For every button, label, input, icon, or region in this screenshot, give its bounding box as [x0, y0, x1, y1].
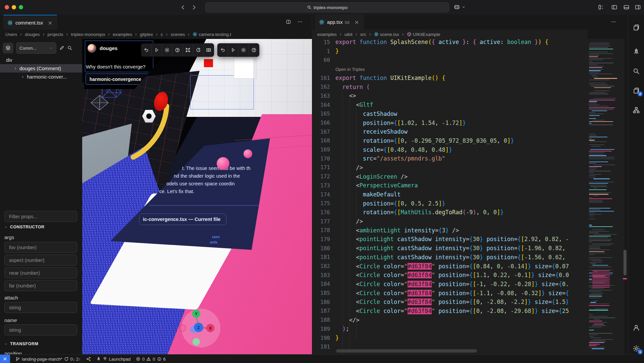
code-row[interactable]: 15export function SplashScene({ active }… — [312, 39, 588, 47]
code-row[interactable]: 162 return ( — [312, 82, 588, 91]
gear-icon[interactable] — [238, 44, 249, 56]
code-row[interactable]: 165 castShadow — [312, 109, 588, 119]
code-row[interactable]: 184 <Circle color="#d63f84" position={[-… — [312, 280, 588, 289]
edit-icon[interactable] — [59, 45, 64, 51]
components-icon[interactable] — [632, 106, 640, 114]
code-row[interactable]: 60 — [312, 55, 588, 64]
breadcrumb-item[interactable]: examples — [113, 32, 132, 37]
breadcrumb-item[interactable]: uikit — [344, 32, 353, 37]
frame-icon[interactable] — [182, 44, 193, 56]
tab-comment-tsx[interactable]: comment.tsx — [3, 15, 57, 30]
breadcrumb-item[interactable]: UIKitExample — [413, 32, 440, 37]
more-actions-icon[interactable] — [297, 19, 303, 25]
code-row[interactable]: 186 <Circle color="#d63f84" position={[0… — [312, 298, 588, 307]
arg-input-aspect[interactable] — [4, 255, 77, 266]
extensions-icon[interactable]: 2 — [632, 87, 640, 95]
close-icon[interactable] — [354, 20, 359, 25]
play-icon[interactable] — [151, 44, 162, 56]
code-row[interactable]: 179 <pointLight castShadow intensity={30… — [312, 235, 588, 244]
arg-input-far[interactable] — [4, 280, 77, 291]
arg-input-fov[interactable] — [4, 242, 77, 253]
branch-status[interactable]: landing-page-march* 0↓ 2↑ — [15, 357, 81, 362]
undo-icon[interactable] — [141, 44, 151, 56]
filter-props-input[interactable] — [4, 211, 77, 222]
breadcrumb-item[interactable]: src — [360, 32, 366, 37]
axis-gizmo[interactable]: Y Z X — [181, 309, 220, 348]
gear-icon[interactable] — [162, 44, 172, 56]
horizontal-scrollbar[interactable] — [336, 349, 477, 353]
tab-app-tsx[interactable]: app.tsx sx — [315, 15, 364, 30]
breadcrumb-item[interactable]: scene.tsx — [380, 32, 399, 37]
launchpad-status[interactable]: Launchpad — [96, 357, 130, 362]
code-row[interactable]: 178 <ambientLight intensity={3} /> — [312, 226, 588, 235]
breadcrumb-item[interactable]: gitplex — [140, 32, 153, 37]
code-row[interactable]: 188 </> — [312, 315, 588, 324]
arg-input-near[interactable] — [4, 267, 77, 278]
code-row[interactable]: 161export function UIKitExample() { — [312, 74, 588, 83]
section-transform[interactable]: TRANSFORM — [4, 342, 38, 346]
breadcrumb-item[interactable]: douges — [25, 32, 40, 37]
close-window-button[interactable] — [5, 5, 9, 9]
search-icon[interactable] — [632, 67, 640, 75]
minimap[interactable] — [588, 39, 625, 354]
code-row[interactable]: 183 <Circle color="#d63f84" position={[1… — [312, 271, 588, 280]
code-row[interactable]: 170 src="/assets/pmndrs.glb" — [312, 154, 588, 163]
vertical-scrollbar[interactable] — [624, 250, 627, 275]
code-row[interactable]: 181 <pointLight castShadow intensity={30… — [312, 253, 588, 262]
split-editor-icon[interactable] — [286, 19, 291, 25]
code-editor[interactable]: 15export function SplashScene({ active }… — [312, 39, 588, 354]
minimize-window-button[interactable] — [12, 5, 16, 9]
code-row[interactable]: 190} — [312, 333, 588, 343]
more-actions-icon[interactable] — [611, 19, 616, 25]
account-menu[interactable] — [453, 4, 466, 10]
moon-icon[interactable] — [193, 44, 203, 56]
tree-item-douges-comment-[interactable]: douges (Comment) — [0, 64, 82, 73]
breadcrumb-item[interactable]: examples — [317, 32, 337, 37]
code-row[interactable]: 187 <Circle color="#d63f84" position={[0… — [312, 307, 588, 316]
toggle-secondary-sidebar-icon[interactable] — [635, 4, 641, 10]
code-row[interactable]: 163 <> — [312, 91, 588, 100]
code-row[interactable]: 173 <PerspectiveCamera — [312, 181, 588, 190]
back-icon[interactable] — [180, 4, 186, 10]
maximize-window-button[interactable] — [19, 5, 23, 9]
settings-icon[interactable]: 1 — [632, 345, 640, 353]
forward-icon[interactable] — [191, 4, 197, 10]
breadcrumb-item[interactable]: Users — [5, 32, 17, 37]
search-icon[interactable] — [67, 45, 72, 51]
gridicon-icon[interactable] — [203, 44, 214, 56]
code-row[interactable]: 171 /> — [312, 163, 588, 172]
account-icon[interactable] — [632, 324, 640, 332]
code-row[interactable]: 185 <Circle color="#d63f84" position={[-… — [312, 288, 588, 298]
code-row[interactable]: 180 <pointLight castShadow intensity={30… — [312, 244, 588, 253]
tree-item-div[interactable]: div — [0, 56, 82, 64]
rocket-icon[interactable] — [632, 48, 640, 56]
customize-layout-icon[interactable] — [598, 4, 604, 10]
help-icon[interactable] — [249, 44, 259, 56]
toggle-panel-icon[interactable] — [623, 4, 630, 10]
toggle-sidebar-icon[interactable] — [611, 4, 618, 10]
play-icon[interactable] — [228, 44, 238, 56]
code-row[interactable]: 175 position={[0, 0.5, 2.5]} — [312, 199, 588, 208]
code-row[interactable]: Open in Triplex — [312, 64, 588, 74]
explorer-icon[interactable] — [632, 24, 640, 32]
git-graph-action[interactable] — [86, 357, 91, 361]
code-row[interactable]: 182 <Circle color="#d63f84" position={[0… — [312, 262, 588, 271]
code-row[interactable]: 164 <Gltf — [312, 100, 588, 109]
code-row[interactable]: 174 makeDefault — [312, 190, 588, 199]
breadcrumb-item[interactable]: projects — [48, 32, 63, 37]
name-input[interactable] — [4, 324, 77, 335]
remote-indicator[interactable] — [0, 355, 10, 363]
command-center-search[interactable]: triplex-monorepo — [205, 2, 449, 12]
layers-icon[interactable] — [3, 43, 13, 53]
code-row[interactable]: 1} — [312, 47, 588, 56]
current-file-chip[interactable]: ic-convergence.tsx — Current file — [139, 214, 226, 225]
code-row[interactable]: 168 rotation={[0, -0.296_705_972_839_036… — [312, 136, 588, 145]
breadcrumb-item[interactable]: scenes — [171, 32, 185, 37]
code-row[interactable]: 176 rotation={[MathUtils.degToRad(-9), 0… — [312, 208, 588, 217]
section-constructor[interactable]: CONSTRUCTOR — [4, 225, 45, 229]
code-row[interactable]: 172 <LoginScreen /> — [312, 172, 588, 181]
code-row[interactable]: 177 /> — [312, 217, 588, 226]
problems-status[interactable]: 0 0 6 — [136, 357, 166, 362]
scene-viewport[interactable]: ic-convergence.tsx — Current file case a… — [82, 39, 312, 354]
code-row[interactable]: 167 receiveShadow — [312, 127, 588, 136]
